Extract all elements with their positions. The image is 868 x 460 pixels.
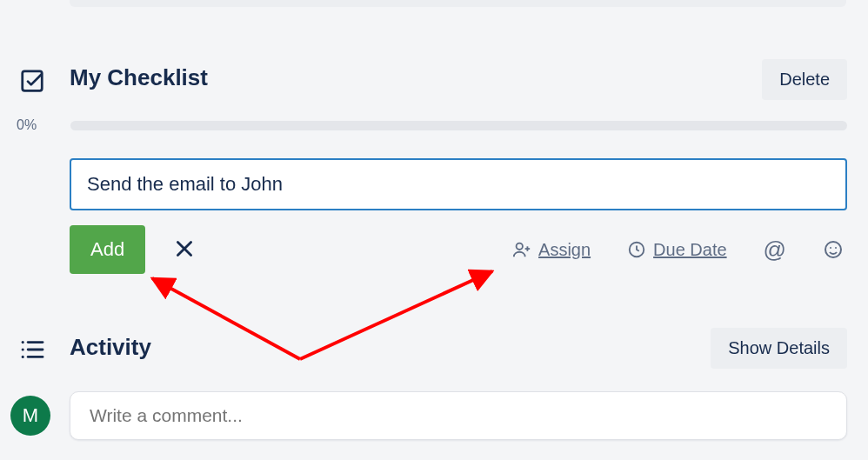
svg-point-3 [517,243,523,250]
checklist-new-item-input[interactable] [70,158,847,210]
cancel-add-item-button[interactable] [168,232,201,268]
comment-input[interactable] [70,391,847,440]
due-date-button[interactable]: Due Date [624,237,731,263]
previous-section-edge [70,0,846,7]
avatar[interactable]: M [10,396,50,436]
checklist-icon [19,68,45,94]
svg-rect-0 [23,71,43,91]
svg-line-16 [152,278,300,359]
emoji-smile-icon [823,239,844,260]
svg-point-7 [825,242,841,257]
svg-point-8 [830,247,831,249]
clock-icon [627,240,646,259]
svg-line-17 [300,271,492,359]
mention-button[interactable]: @ [760,233,790,267]
svg-point-14 [22,356,24,358]
assign-person-icon [512,240,531,259]
progress-percent-label: 0% [17,117,53,133]
activity-list-icon [19,339,45,360]
svg-point-12 [22,348,24,350]
assign-button[interactable]: Assign [509,237,594,263]
checklist-progress: 0% [17,117,847,133]
show-details-button[interactable]: Show Details [711,328,847,369]
progress-bar [70,121,847,130]
add-item-button[interactable]: Add [70,225,145,274]
checklist-title[interactable]: My Checklist [70,64,208,91]
emoji-button[interactable] [819,236,847,263]
activity-title: Activity [70,334,151,361]
mention-at-icon: @ [764,237,786,263]
due-date-label: Due Date [653,240,727,260]
delete-checklist-button[interactable]: Delete [762,59,847,100]
svg-point-10 [22,341,24,343]
close-icon [173,237,196,260]
svg-point-9 [835,247,837,249]
assign-label: Assign [538,240,591,260]
